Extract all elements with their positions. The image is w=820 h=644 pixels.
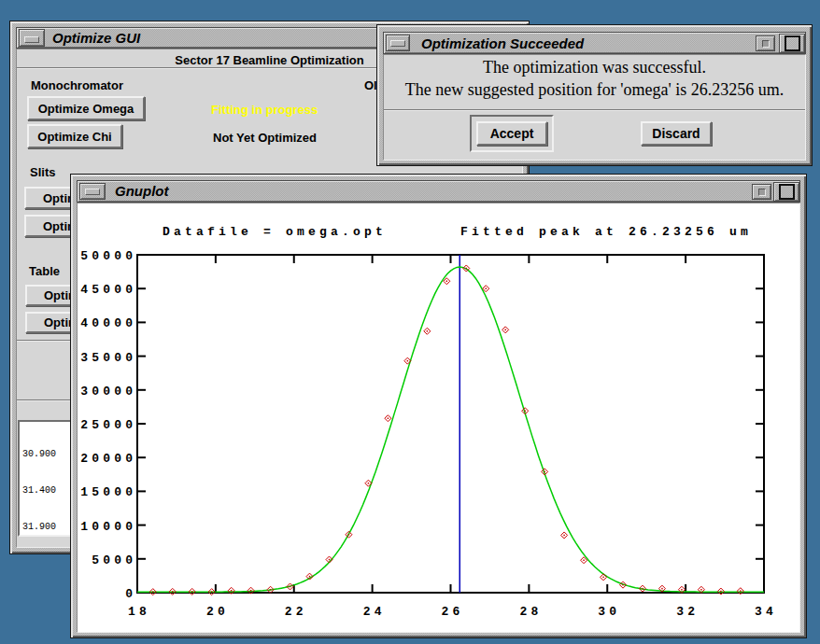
data-point-dot — [290, 586, 291, 588]
data-point-dot — [700, 589, 702, 591]
data-point-dot — [152, 591, 154, 593]
maximize-square-icon — [779, 184, 795, 200]
x-tick-label: 24 — [363, 605, 386, 619]
gnuplot-window: Gnuplot Datafile = omega.optFitted peak … — [70, 174, 807, 638]
dialog-title: Optimization Succeeded — [421, 35, 584, 52]
data-point-dot — [642, 588, 643, 590]
y-tick-label: 10000 — [80, 520, 136, 534]
data-point-dot — [661, 588, 663, 590]
x-tick-label: 18 — [128, 605, 150, 619]
gnuplot-titlebar[interactable]: Gnuplot — [77, 180, 800, 203]
y-tick-label: 15000 — [80, 485, 136, 499]
minimize-dot-icon — [758, 189, 766, 196]
chi-status-text: Not Yet Optimized — [213, 131, 317, 145]
data-point-dot — [309, 576, 311, 578]
optimization-succeeded-dialog: Optimization Succeeded The optimization … — [376, 24, 813, 166]
desktop: Optimize GUI Sector 17 Beamline Optimiza… — [0, 0, 820, 644]
data-point-dot — [427, 330, 429, 332]
data-point-dot — [388, 417, 389, 419]
minimize-button[interactable] — [756, 35, 775, 51]
gnuplot-client: Datafile = omega.optFitted peak at 26.23… — [77, 203, 800, 633]
slits-section-label: Slits — [30, 165, 55, 179]
discard-button[interactable]: Discard — [641, 121, 712, 146]
dialog-message-line1: The optimization was successful. — [384, 58, 805, 77]
plot-title-datafile: Datafile = omega.opt — [163, 225, 387, 239]
window-title: Gnuplot — [115, 182, 168, 200]
data-point-dot — [348, 534, 350, 536]
data-point-dot — [563, 535, 565, 537]
data-point-dot — [231, 590, 233, 592]
data-point-dot — [270, 589, 272, 591]
fit-curve — [137, 267, 764, 592]
data-point-dot — [720, 591, 722, 593]
x-tick-label: 20 — [206, 605, 229, 619]
y-tick-label: 30000 — [80, 385, 136, 399]
data-point-dot — [211, 591, 213, 593]
minimize-button[interactable] — [752, 184, 771, 200]
monochromator-section-label: Monochromator — [31, 78, 123, 92]
x-tick-label: 26 — [442, 605, 464, 619]
table-section-label: Table — [29, 264, 60, 278]
y-tick-label: 45000 — [80, 283, 136, 297]
data-point-dot — [544, 471, 545, 473]
accept-default-ring: Accept — [470, 115, 554, 152]
y-tick-label: 40000 — [80, 316, 136, 330]
window-menu-button[interactable] — [386, 35, 410, 51]
dialog-client: The optimization was successful. The new… — [383, 54, 806, 161]
x-tick-label: 22 — [285, 605, 307, 619]
window-menu-dash-icon — [85, 189, 100, 195]
data-point-dot — [622, 584, 624, 586]
data-point-dot — [524, 410, 526, 412]
data-point-dot — [602, 577, 604, 579]
optimize-chi-button[interactable]: Optimize Chi — [27, 124, 122, 148]
dialog-message-line2: The new suggested position for 'omega' i… — [384, 80, 805, 100]
accept-button[interactable]: Accept — [476, 121, 547, 146]
data-point-dot — [368, 483, 370, 484]
x-tick-label: 34 — [755, 605, 777, 619]
data-point-dot — [191, 591, 193, 593]
data-point-dot — [172, 591, 174, 593]
maximize-square-icon — [785, 35, 800, 51]
dialog-separator — [384, 109, 805, 111]
window-menu-button[interactable] — [79, 183, 106, 200]
x-tick-label: 28 — [519, 605, 542, 619]
optimize-omega-button[interactable]: Optimize Omega — [27, 96, 145, 120]
dialog-titlebar[interactable]: Optimization Succeeded — [383, 32, 806, 54]
plot-border — [137, 255, 764, 593]
data-point-dot — [740, 590, 742, 592]
gnuplot-chart: Datafile = omega.optFitted peak at 26.23… — [78, 203, 799, 632]
y-tick-label: 35000 — [80, 351, 136, 365]
data-point-dot — [329, 559, 331, 561]
x-tick-label: 32 — [676, 605, 699, 619]
data-point-dot — [250, 590, 252, 592]
maximize-button[interactable] — [779, 34, 805, 53]
y-tick-label: 50000 — [80, 249, 136, 263]
window-title: Optimize GUI — [52, 29, 140, 47]
data-point-dot — [407, 360, 409, 362]
y-tick-label: 25000 — [80, 418, 136, 432]
data-point-dot — [466, 268, 468, 270]
data-point-dot — [583, 559, 585, 561]
y-tick-label: 20000 — [80, 452, 136, 466]
window-menu-dash-icon — [390, 40, 405, 47]
data-point-dot — [485, 287, 487, 289]
y-tick-label: 0 — [125, 587, 136, 601]
clipped-label: Ol — [364, 78, 377, 92]
data-point-dot — [504, 329, 506, 331]
maximize-button[interactable] — [773, 182, 799, 202]
window-menu-dash-icon — [24, 36, 39, 43]
y-tick-label: 5000 — [92, 553, 136, 567]
window-menu-button[interactable] — [19, 29, 45, 47]
plot-title-fitted-peak: Fitted peak at 26.23256 um — [460, 225, 752, 239]
data-point-dot — [446, 280, 448, 282]
data-point-dot — [681, 589, 683, 591]
minimize-dot-icon — [762, 40, 770, 48]
x-tick-label: 30 — [598, 605, 620, 619]
omega-status-text: Fitting in progress — [211, 103, 318, 117]
